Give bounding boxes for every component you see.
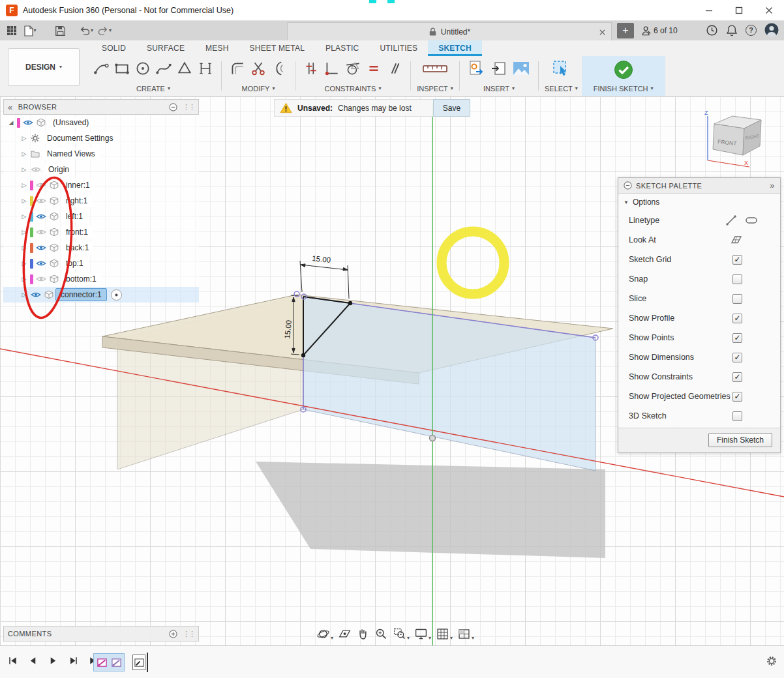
undo-button[interactable]: ▾ (78, 23, 94, 38)
trim-tool-button[interactable] (249, 59, 268, 78)
notifications-button[interactable] (726, 24, 738, 37)
expand-arrow-icon[interactable]: ▷ (20, 276, 28, 282)
viewcube[interactable]: Z X FRONT RIGHT (697, 107, 779, 172)
visibility-eye-icon[interactable] (35, 182, 47, 188)
comments-header[interactable]: COMMENTS ⋮⋮ (3, 626, 199, 641)
expand-arrow-icon[interactable]: ▷ (20, 229, 28, 235)
show-dimensions-checkbox[interactable] (732, 353, 742, 362)
visibility-eye-icon[interactable] (30, 166, 42, 173)
visibility-eye-icon[interactable] (35, 244, 47, 251)
browser-item-right[interactable]: ▷ right:1 (3, 193, 199, 209)
expand-arrow-icon[interactable]: ▷ (20, 166, 28, 173)
play-button[interactable] (47, 655, 59, 666)
browser-item-inner[interactable]: ▷ inner:1 (3, 177, 199, 193)
browser-header[interactable]: « BROWSER ⋮⋮ (3, 99, 199, 115)
fillet-tool-button[interactable] (228, 59, 247, 78)
browser-item-front[interactable]: ▷ front:1 (3, 224, 199, 240)
collapse-circle-icon[interactable] (624, 181, 632, 190)
equal-constraint-button[interactable] (364, 59, 384, 78)
tab-surface[interactable]: SURFACE (136, 40, 195, 56)
select-tool-button[interactable] (548, 59, 574, 78)
user-avatar[interactable] (764, 23, 779, 37)
expand-arrow-icon[interactable]: ▷ (20, 213, 28, 220)
constraints-dropdown[interactable]: CONSTRAINTS▾ (325, 85, 382, 94)
snap-checkbox[interactable] (732, 274, 742, 284)
visibility-eye-icon[interactable] (35, 260, 47, 267)
panel-grip[interactable]: ⋮⋮ (183, 103, 194, 111)
app-grid-menu-button[interactable] (4, 23, 20, 38)
tab-close-button[interactable] (597, 27, 607, 37)
expand-arrow-icon[interactable]: ◢ (7, 119, 15, 126)
look-at-view-button[interactable] (337, 626, 353, 642)
spline-tool-button[interactable] (154, 59, 173, 78)
construction-line-toggle[interactable] (725, 214, 737, 226)
viewports-button[interactable]: ▾ (456, 626, 475, 642)
expand-arrow-icon[interactable]: ▷ (20, 244, 28, 251)
offset-tool-button[interactable] (269, 59, 289, 78)
document-quota-badge[interactable]: 6 of 10 (642, 23, 678, 38)
insert-derive-button[interactable] (489, 59, 509, 78)
circle-tool-button[interactable] (133, 59, 153, 78)
inspect-dropdown[interactable]: INSPECT▾ (417, 85, 453, 94)
workspace-switcher[interactable]: DESIGN ▾ (8, 48, 80, 86)
step-forward-button[interactable] (67, 655, 79, 666)
visibility-eye-icon[interactable] (35, 213, 47, 220)
save-button[interactable] (52, 23, 68, 38)
sketch-grid-checkbox[interactable] (732, 255, 742, 265)
expand-right-icon[interactable]: » (770, 181, 775, 190)
minimize-button[interactable] (694, 0, 724, 21)
parallel-constraint-button[interactable] (385, 59, 404, 78)
line-tool-button[interactable] (91, 59, 111, 78)
browser-item-origin[interactable]: ▷ Origin (3, 162, 199, 177)
orbit-button[interactable]: ▾ (315, 626, 335, 642)
look-at-button[interactable] (731, 234, 742, 246)
centerline-toggle[interactable] (745, 214, 758, 226)
browser-item-bottom[interactable]: ▷ bottom:1 (3, 271, 199, 287)
tab-plastic[interactable]: PLASTIC (315, 40, 369, 56)
tab-mesh[interactable]: MESH (195, 40, 239, 56)
timeline-playhead[interactable] (147, 653, 148, 672)
finish-sketch-palette-button[interactable]: Finish Sketch (708, 433, 772, 447)
visibility-eye-icon[interactable] (22, 119, 34, 126)
timeline-track[interactable] (93, 653, 148, 672)
expand-arrow-icon[interactable]: ▷ (20, 135, 28, 141)
viewport-canvas[interactable]: 15.00 15.00 « BROWSER ⋮⋮ ◢ (0, 96, 784, 645)
collapse-circle-icon[interactable] (169, 103, 177, 111)
skip-to-start-button[interactable] (7, 655, 18, 666)
select-dropdown[interactable]: SELECT▾ (545, 85, 578, 94)
save-document-button[interactable]: Save (433, 99, 470, 117)
visibility-eye-icon[interactable] (30, 291, 42, 298)
visibility-eye-icon[interactable] (35, 276, 47, 282)
tab-solid[interactable]: SOLID (91, 40, 136, 56)
create-dropdown[interactable]: CREATE▾ (136, 85, 170, 94)
show-points-checkbox[interactable] (732, 333, 742, 343)
expand-circle-icon[interactable] (169, 630, 177, 638)
job-status-button[interactable] (706, 24, 718, 37)
timeline-sketch-marker[interactable] (110, 655, 123, 670)
browser-item-root[interactable]: ◢ (Unsaved) (3, 115, 199, 130)
display-settings-button[interactable]: ▾ (413, 626, 432, 642)
expand-arrow-icon[interactable]: ▷ (20, 151, 28, 157)
tab-sheet-metal[interactable]: SHEET METAL (239, 40, 315, 56)
measure-tool-button[interactable] (417, 59, 453, 78)
file-menu-button[interactable]: ▾ (22, 23, 38, 38)
expand-arrow-icon[interactable]: ▷ (20, 182, 28, 188)
browser-item-back[interactable]: ▷ back:1 (3, 240, 199, 256)
rectangle-tool-button[interactable] (112, 59, 132, 78)
tab-sketch[interactable]: SKETCH (428, 40, 482, 56)
zoom-button[interactable] (373, 626, 389, 642)
sketch-palette-header[interactable]: SKETCH PALETTE » (618, 178, 780, 194)
coincident-constraint-button[interactable] (322, 59, 342, 78)
show-projected-geometries-checkbox[interactable] (732, 392, 742, 402)
expand-arrow-icon[interactable]: ▷ (20, 260, 28, 267)
horizontal-vertical-constraint-button[interactable] (301, 59, 321, 78)
slice-checkbox[interactable] (732, 294, 742, 304)
timeline-sketch-marker[interactable] (95, 655, 108, 670)
document-tab[interactable]: Untitled* (287, 22, 612, 40)
tangent-constraint-button[interactable] (343, 59, 363, 78)
visibility-eye-icon[interactable] (35, 229, 47, 235)
3d-sketch-checkbox[interactable] (732, 411, 742, 421)
mirror-tool-button[interactable] (196, 59, 215, 78)
expand-arrow-icon[interactable]: ▷ (20, 291, 28, 298)
finish-sketch-button[interactable] (611, 59, 636, 81)
